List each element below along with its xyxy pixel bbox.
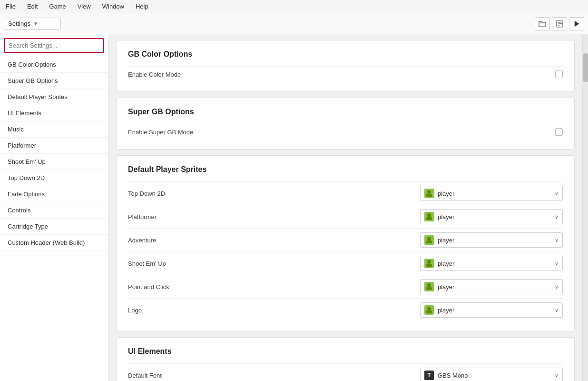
dropdown-shoot-em-up[interactable]: player ∨ xyxy=(420,256,563,271)
section-title-super-gb: Super GB Options xyxy=(128,108,563,116)
menu-window[interactable]: Window xyxy=(100,2,126,11)
dropdown-value-logo: player xyxy=(438,307,454,314)
scrollbar-track[interactable] xyxy=(582,34,588,381)
setting-row-adventure: Adventure player ∨ xyxy=(128,228,563,251)
sidebar-item-platformer[interactable]: Platformer xyxy=(0,138,108,154)
setting-label-enable-color-mode: Enable Color Mode xyxy=(128,71,555,78)
section-default-player-sprites: Default Player Sprites Top Down 2D playe… xyxy=(116,155,575,331)
sprite-icon-top-down-2d xyxy=(424,189,434,198)
font-icon: T xyxy=(424,371,434,380)
dropdown-value-adventure: player xyxy=(438,237,454,244)
setting-row-shoot-em-up: Shoot Em' Up player ∨ xyxy=(128,251,563,275)
menu-view[interactable]: View xyxy=(76,2,93,11)
dropdown-default-font[interactable]: T GBS Mono ∨ xyxy=(420,368,563,381)
sprite-icon-logo xyxy=(424,305,434,315)
search-input[interactable] xyxy=(4,38,104,53)
settings-dropdown[interactable]: Settings ▼ xyxy=(4,18,61,30)
setting-row-top-down-2d: Top Down 2D player ∨ xyxy=(128,181,563,205)
setting-row-platformer: Platformer player ∨ xyxy=(128,205,563,228)
sidebar-item-shoot-em-up[interactable]: Shoot Em' Up xyxy=(0,154,108,170)
sidebar-item-super-gb-options[interactable]: Super GB Options xyxy=(0,73,108,89)
sidebar-item-ui-elements[interactable]: UI Elements xyxy=(0,105,108,121)
section-title-ui-elements: UI Elements xyxy=(128,347,563,356)
dropdown-value-shoot-em-up: player xyxy=(438,260,454,267)
sidebar-item-controls[interactable]: Controls xyxy=(0,202,108,219)
sidebar-item-top-down-2d[interactable]: Top Down 2D xyxy=(0,170,108,186)
sprite-icon-point-and-click xyxy=(424,282,434,291)
menu-help[interactable]: Help xyxy=(134,2,150,11)
dropdown-value-default-font: GBS Mono xyxy=(438,372,468,379)
chevron-icon-adventure: ∨ xyxy=(555,237,559,243)
setting-label-logo: Logo xyxy=(128,307,420,314)
sprite-icon-platformer xyxy=(424,212,434,221)
setting-row-enable-super-gb: Enable Super GB Mode xyxy=(128,124,563,140)
dropdown-adventure[interactable]: player ∨ xyxy=(420,232,563,248)
toolbar: Settings ▼ xyxy=(0,13,588,34)
open-folder-button[interactable] xyxy=(535,17,550,30)
section-super-gb-options: Super GB Options Enable Super GB Mode xyxy=(116,98,575,150)
setting-label-enable-super-gb: Enable Super GB Mode xyxy=(128,129,555,136)
section-gb-color-options: GB Color Options Enable Color Mode xyxy=(116,40,575,92)
dropdown-point-and-click[interactable]: player ∨ xyxy=(420,279,563,294)
sprite-icon-adventure xyxy=(424,235,434,245)
checkbox-enable-color-mode[interactable] xyxy=(555,70,563,78)
dropdown-value-platformer: player xyxy=(438,213,454,221)
setting-label-default-font: Default Font xyxy=(128,372,420,379)
sidebar-item-gb-color-options[interactable]: GB Color Options xyxy=(0,57,108,73)
setting-label-adventure: Adventure xyxy=(128,237,420,244)
menu-game[interactable]: Game xyxy=(47,2,68,11)
setting-label-platformer: Platformer xyxy=(128,213,420,221)
sidebar: GB Color Options Super GB Options Defaul… xyxy=(0,34,108,381)
chevron-icon-top-down-2d: ∨ xyxy=(555,190,559,197)
section-ui-elements: UI Elements Default Font T GBS Mono ∨ xyxy=(116,337,575,381)
sidebar-item-music[interactable]: Music xyxy=(0,121,108,138)
chevron-icon-point-and-click: ∨ xyxy=(555,284,559,290)
dropdown-value-top-down-2d: player xyxy=(438,190,454,197)
dropdown-platformer[interactable]: player ∨ xyxy=(420,209,563,224)
setting-label-point-and-click: Point and Click xyxy=(128,283,420,291)
settings-dropdown-label: Settings xyxy=(8,20,30,27)
chevron-icon-default-font: ∨ xyxy=(555,372,559,379)
dropdown-logo[interactable]: player ∨ xyxy=(420,302,563,318)
sidebar-item-custom-header[interactable]: Custom Header (Web Build) xyxy=(0,235,108,251)
sidebar-item-default-player-sprites[interactable]: Default Player Sprites xyxy=(0,89,108,105)
export-button[interactable] xyxy=(552,17,567,30)
menubar: File Edit Game View Window Help xyxy=(0,0,588,13)
setting-label-top-down-2d: Top Down 2D xyxy=(128,190,420,197)
section-title-player-sprites: Default Player Sprites xyxy=(128,165,563,174)
play-button[interactable] xyxy=(569,17,584,30)
chevron-down-icon: ▼ xyxy=(33,21,38,26)
sidebar-item-fade-options[interactable]: Fade Options xyxy=(0,186,108,202)
menu-file[interactable]: File xyxy=(4,2,18,11)
chevron-icon-platformer: ∨ xyxy=(555,214,559,220)
sprite-icon-shoot-em-up xyxy=(424,259,434,268)
setting-row-logo: Logo player ∨ xyxy=(128,298,563,321)
section-title-gb-color: GB Color Options xyxy=(128,50,563,59)
setting-label-shoot-em-up: Shoot Em' Up xyxy=(128,260,420,267)
chevron-icon-shoot-em-up: ∨ xyxy=(555,261,559,267)
dropdown-top-down-2d[interactable]: player ∨ xyxy=(420,186,563,201)
menu-edit[interactable]: Edit xyxy=(25,2,39,11)
checkbox-enable-super-gb[interactable] xyxy=(555,128,563,136)
main-content: GB Color Options Enable Color Mode Super… xyxy=(108,34,582,381)
chevron-icon-logo: ∨ xyxy=(555,307,559,313)
setting-row-enable-color-mode: Enable Color Mode xyxy=(128,66,563,82)
app-body: GB Color Options Super GB Options Defaul… xyxy=(0,34,588,381)
setting-row-point-and-click: Point and Click player ∨ xyxy=(128,275,563,298)
sidebar-item-cartridge-type[interactable]: Cartridge Type xyxy=(0,219,108,235)
dropdown-value-point-and-click: player xyxy=(438,283,454,291)
setting-row-default-font: Default Font T GBS Mono ∨ xyxy=(128,363,563,381)
scrollbar-thumb[interactable] xyxy=(583,53,588,82)
